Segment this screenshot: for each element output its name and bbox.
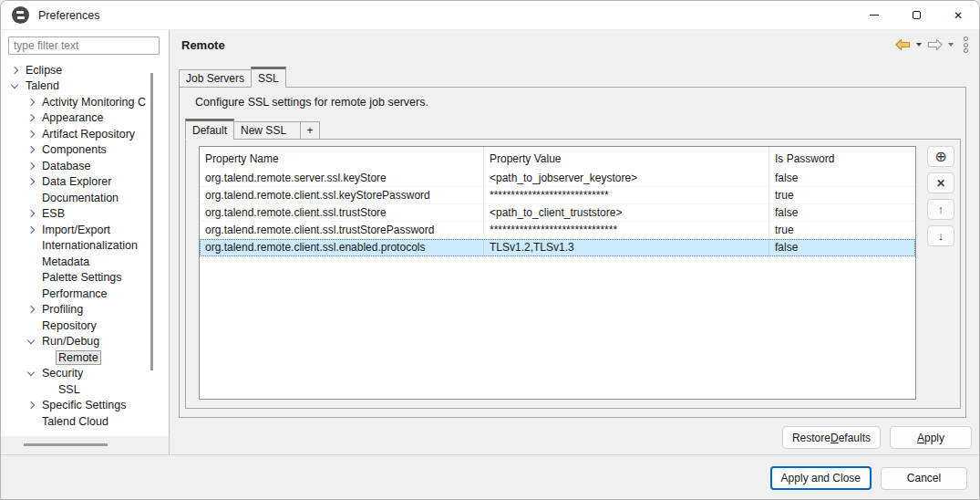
sidebar-item-specific-settings[interactable]: Specific Settings	[1, 398, 169, 414]
sidebar-item-label: Security	[39, 367, 86, 380]
view-menu-button[interactable]	[964, 36, 968, 53]
minimize-icon	[870, 15, 879, 16]
button-label: Restore	[792, 432, 830, 444]
sidebar-item-label: Documentation	[39, 192, 121, 204]
cell-property-value: <path_to_client_truststore>	[484, 204, 769, 221]
sidebar-item-performance[interactable]: Performance	[1, 286, 169, 302]
chevron-down-icon[interactable]	[26, 339, 39, 343]
back-history-dropdown[interactable]	[916, 43, 922, 47]
preferences-window: Preferences ✕ EclipseTalendActivity Moni…	[0, 0, 980, 500]
sidebar-item-security[interactable]: Security	[1, 366, 169, 382]
forward-history-dropdown[interactable]	[948, 43, 954, 47]
sidebar-item-label: Eclipse	[23, 64, 65, 77]
sidebar-item-run-debug[interactable]: Run/Debug	[1, 334, 169, 350]
remove-button[interactable]: ✕	[927, 172, 954, 193]
back-button[interactable]	[895, 38, 911, 51]
remote-preference-page: Job ServersSSL Configure SSL settings fo…	[170, 59, 979, 454]
chevron-right-icon[interactable]	[26, 307, 39, 312]
sidebar-item-label: Run/Debug	[39, 335, 102, 348]
sidebar-item-data-explorer[interactable]: Data Explorer	[1, 174, 169, 191]
cell-property-name: org.talend.remote.client.ssl.trustStore	[200, 204, 484, 221]
chevron-right-icon[interactable]	[26, 179, 39, 184]
cell-property-value: ******************************	[484, 222, 769, 238]
chevron-down-icon[interactable]	[10, 84, 23, 88]
chevron-right-icon[interactable]	[26, 163, 39, 169]
button-label: A	[917, 432, 924, 444]
sidebar-item-import-export[interactable]: Import/Export	[1, 222, 169, 238]
sidebar-item-label: SSL	[56, 383, 83, 396]
sidebar-item-label: Repository	[39, 319, 99, 332]
sidebar-item-ssl[interactable]: SSL	[1, 381, 169, 398]
sidebar-item-label: Remote	[56, 350, 101, 365]
column-header-property-name[interactable]: Property Name	[200, 147, 484, 170]
tab-job-servers[interactable]: Job Servers	[179, 69, 252, 88]
chevron-right-icon[interactable]	[26, 115, 39, 120]
sidebar-item-label: Profiling	[39, 303, 86, 316]
plus-circle-icon: ⊕	[934, 150, 946, 164]
sidebar-item-internationalization[interactable]: Internationalization	[1, 238, 169, 255]
apply-button[interactable]: Apply	[890, 426, 972, 449]
sidebar-item-appearance[interactable]: Appearance	[1, 110, 169, 127]
sidebar-item-label: Activity Monitoring C	[39, 96, 149, 109]
sidebar-item-remote[interactable]: Remote	[1, 349, 169, 366]
sidebar-item-label: Artifact Repository	[39, 128, 138, 141]
column-header-is-password[interactable]: Is Password	[769, 147, 915, 170]
sidebar-horizontal-scrollbar[interactable]	[24, 443, 108, 446]
sidebar-item-talend-cloud[interactable]: Talend Cloud	[1, 413, 169, 430]
sidebar-item-artifact-repository[interactable]: Artifact Repository	[1, 126, 169, 142]
sidebar-item-esb[interactable]: ESB	[1, 206, 169, 223]
tab-new-ssl[interactable]: New SSL	[233, 121, 301, 140]
sidebar-item-profiling[interactable]: Profiling	[1, 302, 169, 318]
properties-table: Property NameProperty ValueIs Password o…	[199, 146, 916, 400]
cell-property-name: org.talend.remote.server.ssl.keyStore	[200, 170, 484, 186]
apply-and-close-button[interactable]: Apply and Close	[770, 466, 872, 490]
move-down-button[interactable]: ↓	[927, 225, 954, 246]
close-button[interactable]: ✕	[937, 1, 979, 29]
forward-button[interactable]	[927, 38, 943, 51]
table-row[interactable]: org.talend.remote.server.ssl.keyStore<pa…	[200, 170, 915, 187]
column-header-property-value[interactable]: Property Value	[484, 147, 769, 170]
sidebar-item-label: Performance	[39, 287, 110, 300]
sidebar-item-talend[interactable]: Talend	[1, 78, 169, 95]
chevron-right-icon[interactable]	[10, 68, 23, 73]
sidebar-item-metadata[interactable]: Metadata	[1, 254, 169, 270]
chevron-right-icon[interactable]	[26, 227, 39, 233]
cell-is-password: false	[769, 170, 915, 186]
move-up-button[interactable]: ↑	[927, 199, 954, 220]
tab-ssl[interactable]: SSL	[251, 67, 286, 88]
tab-default[interactable]: Default	[185, 119, 234, 140]
cancel-button[interactable]: Cancel	[881, 467, 967, 490]
sidebar-item-label: Talend Cloud	[39, 415, 111, 428]
table-row[interactable]: org.talend.remote.client.ssl.trustStoreP…	[200, 222, 915, 239]
sidebar-item-database[interactable]: Database	[1, 158, 169, 174]
sidebar-item-activity-monitoring-c[interactable]: Activity Monitoring C	[1, 94, 169, 110]
chevron-right-icon[interactable]	[26, 211, 39, 216]
sidebar-item-repository[interactable]: Repository	[1, 318, 169, 334]
forward-icon	[927, 38, 943, 51]
sidebar-item-documentation[interactable]: Documentation	[1, 190, 169, 206]
sidebar-item-components[interactable]: Components	[1, 142, 169, 159]
table-row[interactable]: org.talend.remote.client.ssl.trustStore<…	[200, 204, 915, 222]
sidebar-item-palette-settings[interactable]: Palette Settings	[1, 270, 169, 286]
sidebar-item-label: Database	[39, 160, 94, 172]
chevron-right-icon[interactable]	[26, 131, 39, 137]
maximize-button[interactable]	[895, 1, 937, 29]
restore-defaults-button[interactable]: Restore Defaults	[782, 426, 881, 449]
chevron-right-icon[interactable]	[26, 402, 39, 408]
chevron-right-icon[interactable]	[26, 99, 39, 105]
button-label: D	[830, 432, 839, 444]
table-row[interactable]: org.talend.remote.client.ssl.keyStorePas…	[200, 187, 915, 204]
button-label: pply	[924, 432, 944, 444]
filter-input[interactable]	[8, 36, 160, 55]
chevron-down-icon[interactable]	[26, 371, 39, 375]
chevron-right-icon[interactable]	[26, 147, 39, 152]
sidebar-bottom-strip	[1, 436, 169, 454]
tab-add-ssl-config[interactable]: +	[300, 121, 320, 140]
minimize-button[interactable]	[853, 1, 895, 29]
table-row[interactable]: org.talend.remote.client.ssl.enabled.pro…	[200, 239, 915, 256]
sidebar-item-eclipse[interactable]: Eclipse	[1, 62, 169, 78]
arrow-down-icon: ↓	[938, 230, 944, 242]
sidebar-vertical-scrollbar[interactable]	[150, 73, 153, 370]
sidebar-item-label: Talend	[23, 79, 62, 92]
add-button[interactable]: ⊕	[927, 146, 954, 167]
